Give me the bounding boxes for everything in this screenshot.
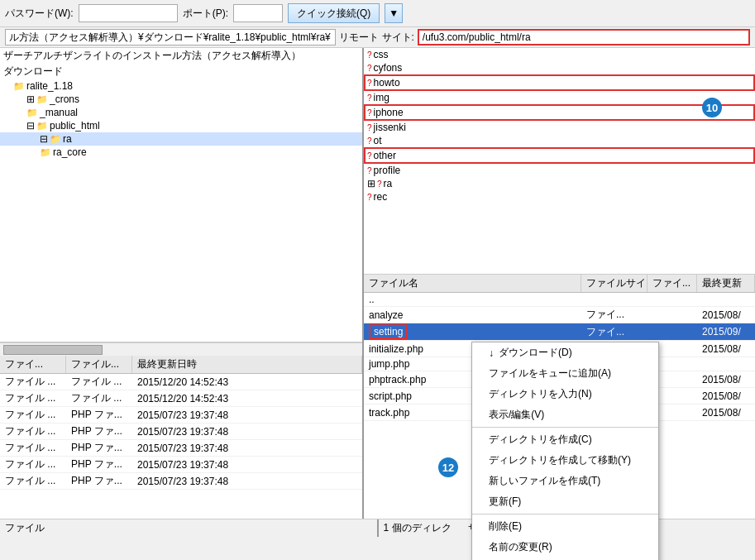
table-row[interactable]: .. bbox=[364, 293, 755, 307]
col-header-filetype[interactable]: ファイル... bbox=[66, 356, 132, 373]
table-row[interactable]: ファイル ... PHP ファ... 2015/07/23 19:37:48 bbox=[0, 473, 362, 490]
context-menu-delete[interactable]: 削除(E) bbox=[472, 516, 658, 537]
col-header-filename[interactable]: ファイル名 bbox=[364, 275, 581, 292]
table-row[interactable]: ファイル ... PHP ファ... 2015/07/23 19:37:48 bbox=[0, 407, 362, 424]
right-tree-item-howto[interactable]: ? howto bbox=[364, 74, 755, 91]
folder-icon: 📁 bbox=[13, 81, 25, 92]
connect-dropdown-arrow[interactable]: ▼ bbox=[385, 3, 403, 23]
file-icon: ? bbox=[367, 136, 372, 146]
left-horizontal-scrollbar[interactable] bbox=[0, 342, 362, 356]
file-icon: ? bbox=[367, 151, 372, 160]
file-icon: ? bbox=[367, 50, 372, 60]
table-row[interactable]: ファイル ... PHP ファ... 2015/07/23 19:37:48 bbox=[0, 457, 362, 473]
right-tree-item-ot[interactable]: ? ot bbox=[364, 134, 755, 147]
file-icon: ? bbox=[367, 166, 372, 175]
text-icon: ザーチアルチザンライトのインストール方法（アクセス解析導入） bbox=[3, 49, 301, 63]
right-tree-item-iphone[interactable]: ? iphone bbox=[364, 104, 755, 121]
right-tree-item-cyfons[interactable]: ? cyfons bbox=[364, 61, 755, 74]
table-row[interactable]: ファイル ... ファイル ... 2015/12/20 14:52:43 bbox=[0, 374, 362, 390]
table-row[interactable]: ファイル ... ファイル ... 2015/12/20 14:52:43 bbox=[0, 390, 362, 407]
main-area: ザーチアルチザンライトのインストール方法（アクセス解析導入） ダウンロード 📁 … bbox=[0, 48, 755, 519]
file-icon: ? bbox=[367, 123, 372, 132]
left-status: ファイル bbox=[0, 519, 379, 537]
context-menu-separator-2 bbox=[472, 514, 658, 515]
badge-10: 10 bbox=[702, 98, 722, 117]
left-panel: ザーチアルチザンライトのインストール方法（アクセス解析導入） ダウンロード 📁 … bbox=[0, 48, 364, 519]
context-menu-download[interactable]: ↓ ダウンロード(D) bbox=[472, 342, 658, 363]
folder-icon: 📁 bbox=[40, 147, 51, 158]
table-row[interactable]: ファイル ... PHP ファ... 2015/07/23 19:37:48 bbox=[0, 424, 362, 440]
right-tree-item-css[interactable]: ? css bbox=[364, 48, 755, 61]
left-status-text: ファイル bbox=[5, 521, 45, 535]
port-label: ポート(P): bbox=[183, 7, 228, 21]
file-icon: ? bbox=[367, 193, 372, 202]
table-row[interactable]: analyze ファイ... 2015/08/ bbox=[364, 307, 755, 323]
context-menu-create-dir[interactable]: ディレクトリを作成(C) bbox=[472, 429, 658, 450]
left-tree-item-ralite[interactable]: 📁 ralite_1.18 bbox=[0, 79, 362, 93]
left-tree-item-crons[interactable]: ⊞ 📁 _crons bbox=[0, 93, 362, 106]
context-menu-add-queue[interactable]: ファイルをキューに追加(A) bbox=[472, 363, 658, 384]
col-header-filename[interactable]: ファイ... bbox=[0, 356, 66, 373]
path-bar: リモート サイト: bbox=[0, 27, 755, 48]
right-tree-area[interactable]: ? css ? cyfons ? howto ? img ? iphone ? … bbox=[364, 48, 755, 275]
toolbar: パスワード(W): ポート(P): クイック接続(Q) ▼ bbox=[0, 0, 755, 27]
col-header-filetype[interactable]: ファイ... bbox=[647, 275, 697, 292]
right-file-list-header: ファイル名 ファイルサイズ ファイ... 最終更新 bbox=[364, 275, 755, 293]
left-tree-item-public[interactable]: ⊟ 📁 public_html bbox=[0, 119, 362, 132]
context-menu-create-file[interactable]: 新しいファイルを作成(T) bbox=[472, 471, 658, 491]
password-label: パスワード(W): bbox=[5, 7, 74, 21]
file-icon: ? bbox=[367, 108, 372, 117]
remote-path-input[interactable] bbox=[418, 29, 750, 45]
folder-icon: 📁 bbox=[36, 94, 48, 105]
col-header-date[interactable]: 最終更新日時 bbox=[132, 356, 362, 373]
file-icon: ? bbox=[377, 179, 382, 189]
left-tree-item-manual[interactable]: 📁 _manual bbox=[0, 106, 362, 119]
right-tree-item-other[interactable]: ? other bbox=[364, 147, 755, 164]
col-header-filesize[interactable]: ファイルサイズ bbox=[581, 275, 647, 292]
context-menu-enter-dir[interactable]: ディレクトリを入力(N) bbox=[472, 384, 658, 404]
badge-12: 12 bbox=[438, 457, 458, 477]
left-file-list-area[interactable]: ファイル ... ファイル ... 2015/12/20 14:52:43 ファ… bbox=[0, 374, 362, 519]
connect-button[interactable]: クイック接続(Q) bbox=[288, 3, 380, 23]
table-row[interactable]: ファイル ... PHP ファ... 2015/07/23 19:37:48 bbox=[0, 440, 362, 457]
context-menu-create-dir-move[interactable]: ディレクトリを作成して移動(Y) bbox=[472, 450, 658, 471]
context-menu-separator bbox=[472, 427, 658, 428]
context-menu-refresh[interactable]: 更新(F) bbox=[472, 491, 658, 512]
right-tree-item-rec[interactable]: ? rec bbox=[364, 190, 755, 203]
left-file-list-header: ファイ... ファイル... 最終更新日時 bbox=[0, 356, 362, 374]
folder-icon: 📁 bbox=[26, 108, 38, 118]
left-tree-item-ra-core[interactable]: 📁 ra_core bbox=[0, 146, 362, 159]
file-icon: ? bbox=[367, 79, 372, 88]
left-tree-item[interactable]: ザーチアルチザンライトのインストール方法（アクセス解析導入） bbox=[0, 48, 362, 64]
context-menu-rename[interactable]: 名前の変更(R) bbox=[472, 537, 658, 558]
remote-site-label: リモート サイト: bbox=[339, 31, 414, 45]
right-tree-item-ra[interactable]: ⊞ ? ra bbox=[364, 177, 755, 190]
context-menu: ↓ ダウンロード(D) ファイルをキューに追加(A) ディレクトリを入力(N) … bbox=[471, 342, 659, 560]
setting-label: setting bbox=[369, 324, 408, 339]
left-tree-area[interactable]: ザーチアルチザンライトのインストール方法（アクセス解析導入） ダウンロード 📁 … bbox=[0, 48, 362, 342]
folder-icon: 📁 bbox=[36, 121, 48, 132]
file-icon: ? bbox=[367, 93, 372, 103]
password-input[interactable] bbox=[79, 4, 178, 22]
port-input[interactable] bbox=[233, 4, 283, 22]
file-icon: ? bbox=[367, 64, 372, 73]
col-header-date[interactable]: 最終更新 bbox=[697, 275, 755, 292]
context-menu-view-edit[interactable]: 表示/編集(V) bbox=[472, 404, 658, 425]
right-panel: 10 ? css ? cyfons ? howto ? img ? iphone bbox=[364, 48, 755, 519]
right-tree-item-profile[interactable]: ? profile bbox=[364, 164, 755, 177]
left-tree-item-ra[interactable]: ⊟ 📁 ra bbox=[0, 132, 362, 146]
left-tree-item-download[interactable]: ダウンロード bbox=[0, 64, 362, 79]
folder-icon: 📁 bbox=[50, 134, 61, 145]
download-icon: ↓ bbox=[489, 347, 494, 359]
right-tree-item-img[interactable]: ? img bbox=[364, 91, 755, 104]
right-tree-item-jissenki[interactable]: ? jissenki bbox=[364, 121, 755, 134]
table-row-setting[interactable]: setting ファイ... 2015/09/ bbox=[364, 323, 755, 341]
bottom-status-text: 1 個のディレク bbox=[384, 521, 452, 535]
local-path-input[interactable] bbox=[5, 29, 336, 45]
